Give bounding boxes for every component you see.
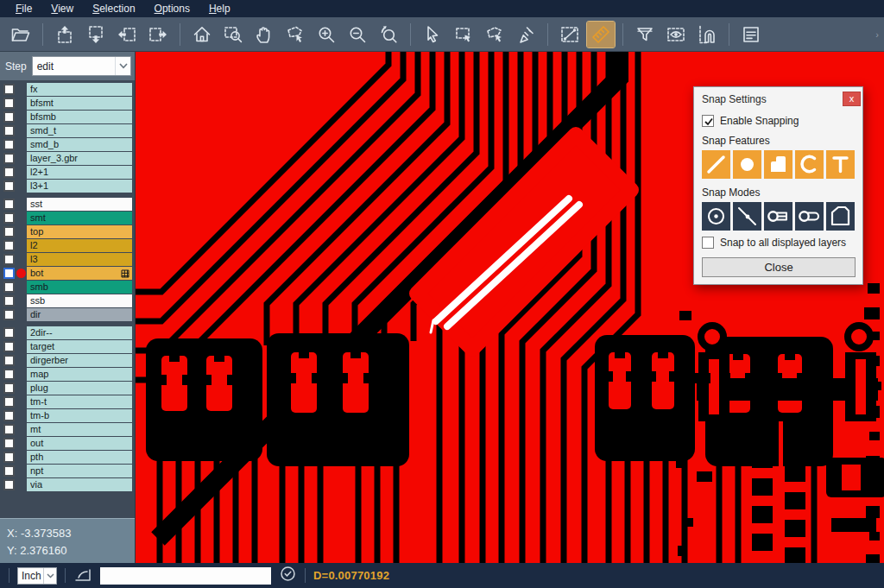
layer-row-active[interactable]: bot [0,267,135,280]
pad-snap-icon[interactable] [733,150,761,179]
toolbar-overflow-icon[interactable]: › [875,29,879,40]
layer-row[interactable]: out [0,437,135,450]
layer-visibility-checkbox[interactable] [3,111,15,123]
on-element-snap-icon[interactable] [733,202,761,231]
unit-select[interactable]: Inch [17,567,57,585]
layer-row[interactable]: pth [0,451,135,464]
step-select[interactable]: edit [32,56,131,76]
pan-down-icon[interactable] [82,22,110,47]
ruler-icon[interactable] [587,22,615,47]
layer-row[interactable]: layer_3.gbr [0,152,135,165]
layer-row[interactable]: dirgerber [0,354,135,367]
arc-snap-icon[interactable] [795,150,824,179]
layer-row[interactable]: mt [0,423,135,436]
zoom-out-icon[interactable] [344,22,371,47]
enable-snapping-checkbox[interactable] [702,115,714,127]
enable-snapping-row[interactable]: Enable Snapping [702,115,856,127]
layer-visibility-checkbox[interactable] [3,125,15,136]
layer-row[interactable]: smd_t [0,124,135,137]
layer-visibility-checkbox[interactable] [3,139,15,150]
layer-row[interactable]: ssb [0,294,135,307]
pad-entry-outline-snap-icon[interactable] [795,202,824,231]
visibility-eye-icon[interactable] [662,22,690,47]
select-rectangle-icon[interactable] [450,22,477,47]
pan-hand-icon[interactable] [250,22,278,47]
layer-row[interactable]: sst [0,198,135,211]
center-snap-icon[interactable] [702,202,730,231]
layer-visibility-checkbox[interactable] [3,153,15,164]
clean-brush-icon[interactable] [512,22,540,47]
zoom-previous-icon[interactable] [375,22,402,47]
surface-snap-icon[interactable] [764,150,792,179]
pan-up-icon[interactable] [51,22,79,47]
layer-visibility-checkbox[interactable] [3,212,15,224]
angle-measure-icon[interactable] [73,566,92,586]
layer-row[interactable]: bfsmb [0,111,135,123]
layer-visibility-checkbox[interactable] [3,254,15,265]
close-icon[interactable]: x [843,92,861,106]
layer-row[interactable]: map [0,368,135,381]
corner-snap-icon[interactable] [826,202,855,231]
layer-visibility-checkbox[interactable] [3,438,15,449]
menu-options[interactable]: Options [146,1,199,17]
layer-row[interactable]: l2 [0,239,135,252]
layer-row[interactable]: l3+1 [0,180,135,193]
layer-visibility-checkbox[interactable] [3,424,15,435]
layer-visibility-checkbox[interactable] [3,355,15,366]
snap-all-layers-checkbox[interactable] [702,237,714,249]
measure-line-icon[interactable] [556,22,584,47]
menu-file[interactable]: File [7,1,41,17]
layer-visibility-checkbox[interactable] [3,98,15,109]
snap-all-layers-row[interactable]: Snap to all displayed layers [702,237,856,249]
layer-row[interactable]: tm-b [0,409,135,422]
zoom-polygon-icon[interactable] [281,22,309,47]
close-button[interactable]: Close [702,257,856,277]
layer-visibility-checkbox[interactable] [3,226,15,237]
layer-row[interactable]: l3 [0,253,135,266]
filter-icon[interactable] [631,22,659,47]
layer-visibility-checkbox[interactable] [3,452,15,463]
menu-selection[interactable]: Selection [84,1,143,17]
menu-help[interactable]: Help [200,1,239,17]
layer-visibility-checkbox[interactable] [3,327,15,338]
layer-row[interactable]: 2dir-- [0,326,135,339]
layer-visibility-checkbox[interactable] [3,240,15,251]
home-icon[interactable] [188,22,216,47]
layer-visibility-checkbox[interactable] [3,396,15,408]
measure-input[interactable] [100,567,271,585]
text-snap-icon[interactable] [826,150,855,179]
layer-row[interactable]: top [0,225,135,238]
layer-row[interactable]: tm-t [0,395,135,408]
select-cursor-icon[interactable] [419,22,446,47]
layer-row[interactable]: fx [0,83,135,96]
layer-row[interactable]: smd_b [0,138,135,151]
select-polygon-icon[interactable] [481,22,508,47]
zoom-in-icon[interactable] [313,22,340,47]
menu-view[interactable]: View [42,1,82,17]
pan-right-icon[interactable] [144,22,172,47]
layer-visibility-checkbox[interactable] [3,410,15,421]
layer-row[interactable]: dir [0,308,135,321]
layer-visibility-checkbox[interactable] [3,281,15,293]
pad-entry-filled-snap-icon[interactable] [764,202,792,231]
layer-visibility-checkbox[interactable] [3,167,15,178]
layer-visibility-checkbox[interactable] [3,268,15,279]
layer-visibility-checkbox[interactable] [3,465,15,477]
layers-panel-icon[interactable] [737,22,765,47]
layer-row[interactable]: bfsmt [0,97,135,110]
zoom-window-icon[interactable] [219,22,247,47]
snap-magnet-icon[interactable] [693,22,721,47]
layer-row[interactable]: l2+1 [0,166,135,179]
layer-visibility-checkbox[interactable] [3,199,15,210]
grid-icon[interactable] [121,269,129,278]
layer-row[interactable]: smb [0,281,135,294]
layer-row[interactable]: target [0,340,135,353]
layer-row[interactable]: smt [0,212,135,224]
layer-row[interactable]: npt [0,465,135,477]
layer-visibility-checkbox[interactable] [3,383,15,394]
layer-visibility-checkbox[interactable] [3,309,15,320]
layer-visibility-checkbox[interactable] [3,341,15,352]
layer-visibility-checkbox[interactable] [3,84,15,95]
line-snap-icon[interactable] [702,150,730,179]
layer-visibility-checkbox[interactable] [3,295,15,307]
